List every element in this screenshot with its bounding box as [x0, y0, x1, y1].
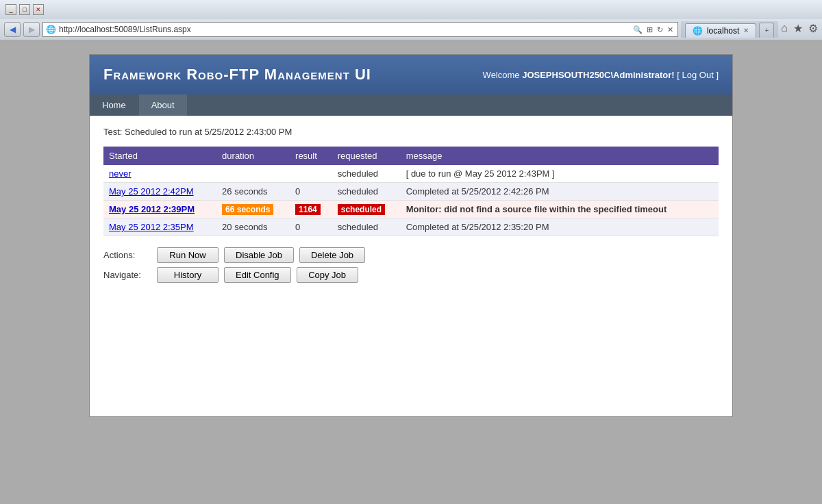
main-area: Framework Robo-FTP Management UI Welcome… [0, 40, 822, 431]
col-message: message [401, 147, 719, 165]
address-bar-row: ◀ ▶ 🌐 http://localhost:50089/ListRuns.as… [0, 19, 822, 40]
duration-cell: 20 seconds [216, 218, 290, 236]
copy-job-button[interactable]: Copy Job [297, 267, 358, 283]
stop-button[interactable]: ✕ [666, 25, 675, 34]
title-bar: _ □ ✕ [0, 0, 822, 19]
col-duration: duration [216, 147, 290, 165]
result-badge: 1164 [295, 204, 321, 215]
tab-title: localhost [707, 26, 739, 36]
table-row: May 25 2012 2:35PM 20 seconds 0 schedule… [103, 218, 719, 236]
duration-cell [216, 165, 290, 183]
active-tab[interactable]: 🌐 localhost ✕ [685, 23, 756, 38]
address-box[interactable]: 🌐 http://localhost:50089/ListRuns.aspx 🔍… [42, 22, 678, 37]
content: Test: Scheduled to run at 5/25/2012 2:43… [90, 116, 732, 298]
result-cell: 0 [290, 218, 332, 236]
message-cell: [ due to run @ May 25 2012 2:43PM ] [401, 165, 719, 183]
table-row: May 25 2012 2:39PM 66 seconds 1164 sched… [103, 201, 719, 218]
refresh-compat-button[interactable]: ⊞ [645, 25, 654, 34]
table-row: never scheduled [ due to run @ May 25 20… [103, 165, 719, 183]
refresh-button[interactable]: ↻ [656, 25, 664, 34]
history-button[interactable]: History [157, 267, 219, 283]
tab-icon: 🌐 [693, 26, 703, 36]
started-cell: never [103, 165, 216, 183]
forward-button[interactable]: ▶ [23, 22, 40, 37]
app-title: Framework Robo-FTP Management UI [103, 66, 371, 84]
requested-cell: scheduled [332, 165, 401, 183]
started-link[interactable]: May 25 2012 2:35PM [109, 222, 194, 232]
address-text: http://localhost:50089/ListRuns.aspx [59, 25, 629, 34]
requested-cell: scheduled [332, 218, 401, 236]
app-header: Framework Robo-FTP Management UI Welcome… [90, 55, 732, 94]
search-button[interactable]: 🔍 [632, 25, 644, 34]
favorites-icon[interactable]: ★ [793, 22, 803, 35]
tab-close-icon[interactable]: ✕ [743, 27, 749, 34]
maximize-button[interactable]: □ [19, 4, 30, 15]
navigate-label: Navigate: [103, 270, 151, 280]
col-result: result [290, 147, 332, 165]
browser-chrome: _ □ ✕ ◀ ▶ 🌐 http://localhost:50089/ListR… [0, 0, 822, 40]
title-bar-controls[interactable]: _ □ ✕ [5, 4, 44, 15]
delete-job-button[interactable]: Delete Job [299, 247, 365, 263]
started-cell: May 25 2012 2:35PM [103, 218, 216, 236]
duration-cell: 26 seconds [216, 183, 290, 201]
result-cell: 0 [290, 183, 332, 201]
app-container: Framework Robo-FTP Management UI Welcome… [89, 54, 733, 417]
requested-cell: scheduled [332, 201, 401, 218]
requested-cell: scheduled [332, 183, 401, 201]
run-now-button[interactable]: Run Now [157, 247, 219, 263]
welcome-text: Welcome JOSEPHSOUTH250C\Administrator! [… [483, 70, 719, 80]
duration-cell: 66 seconds [216, 201, 290, 218]
requested-badge: scheduled [338, 204, 385, 215]
started-link[interactable]: May 25 2012 2:39PM [109, 204, 195, 214]
actions-row: Actions: Run Now Disable Job Delete Job [103, 247, 719, 263]
table-header-row: Started duration result requested messag… [103, 147, 719, 165]
table-row: May 25 2012 2:42PM 26 seconds 0 schedule… [103, 183, 719, 201]
address-actions: 🔍 ⊞ ↻ ✕ [632, 25, 675, 34]
disable-job-button[interactable]: Disable Job [224, 247, 294, 263]
nav-item-about[interactable]: About [139, 94, 188, 116]
close-button[interactable]: ✕ [33, 4, 44, 15]
result-cell: 1164 [290, 201, 332, 218]
tab-row: 🌐 localhost ✕ + [681, 21, 778, 38]
navigate-row: Navigate: History Edit Config Copy Job [103, 267, 719, 283]
result-cell [290, 165, 332, 183]
right-icons: ⌂ ★ ⚙ [781, 22, 818, 38]
message-cell: Monitor: did not find a source file with… [401, 201, 719, 218]
edit-config-button[interactable]: Edit Config [224, 267, 291, 283]
page-subtitle: Test: Scheduled to run at 5/25/2012 2:43… [103, 127, 719, 137]
actions-label: Actions: [103, 250, 151, 260]
home-icon[interactable]: ⌂ [781, 22, 788, 34]
welcome-user: JOSEPHSOUTH250C\Administrator! [522, 70, 675, 80]
started-cell: May 25 2012 2:39PM [103, 201, 216, 218]
started-cell: May 25 2012 2:42PM [103, 183, 216, 201]
duration-badge: 66 seconds [222, 204, 273, 215]
welcome-prefix: Welcome [483, 70, 523, 80]
message-cell: Completed at 5/25/2012 2:35:20 PM [401, 218, 719, 236]
new-tab-button[interactable]: + [759, 23, 774, 38]
actions-section: Actions: Run Now Disable Job Delete Job … [103, 247, 719, 283]
nav-bar: Home About [90, 94, 732, 116]
message-cell: Completed at 5/25/2012 2:42:26 PM [401, 183, 719, 201]
started-link[interactable]: May 25 2012 2:42PM [109, 186, 194, 197]
logout-link[interactable]: [ Log Out ] [677, 70, 719, 80]
col-started: Started [103, 147, 216, 165]
minimize-button[interactable]: _ [5, 4, 16, 15]
col-requested: requested [332, 147, 401, 165]
settings-icon[interactable]: ⚙ [808, 22, 818, 35]
page-icon: 🌐 [46, 25, 56, 34]
nav-item-home[interactable]: Home [90, 94, 139, 116]
back-button[interactable]: ◀ [4, 22, 21, 37]
started-link[interactable]: never [109, 168, 132, 179]
runs-table: Started duration result requested messag… [103, 147, 719, 236]
